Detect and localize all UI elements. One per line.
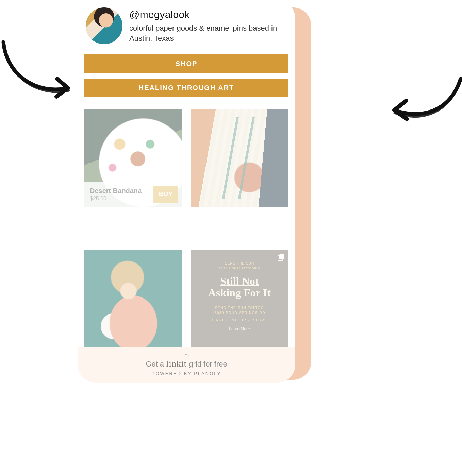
grid-tile-4[interactable]: SEND THE SUN TRADITIONAL TATTOOING Still… — [191, 250, 288, 348]
footer: ︿ Get a linkit grid for free POWERED BY … — [78, 347, 295, 383]
svg-rect-0 — [279, 254, 284, 259]
profile-header: @megyalook colorful paper goods & enamel… — [84, 6, 288, 51]
tile4-detail-1: SEND THE SUN TATTOO — [215, 306, 264, 310]
link-button-shop[interactable]: SHOP — [84, 54, 288, 73]
grid-tile-3[interactable] — [84, 250, 182, 348]
post-grid: Desert Bandana $25.00 BUY SEND THE SUN T… — [84, 109, 288, 383]
product-overlay: Desert Bandana $25.00 BUY — [84, 182, 182, 207]
tile4-detail-2: 13039 POND SPRINGS RD. — [212, 311, 267, 315]
product-name: Desert Bandana — [90, 187, 142, 195]
link-button-healing[interactable]: HEALING THROUGH ART — [84, 79, 288, 97]
buy-button[interactable]: BUY — [153, 186, 178, 203]
tile4-arc-text: SEND THE SUN — [225, 261, 254, 265]
grid-tile-1[interactable]: Desert Bandana $25.00 BUY — [84, 109, 182, 207]
profile-bio: colorful paper goods & enamel pins based… — [129, 23, 279, 43]
avatar[interactable] — [86, 7, 122, 44]
profile-handle[interactable]: @megyalook — [129, 9, 279, 20]
callout-arrow-left — [0, 35, 85, 107]
chevron-up-icon[interactable]: ︿ — [78, 351, 295, 357]
carousel-icon — [277, 253, 285, 261]
footer-cta[interactable]: Get a linkit grid for free — [78, 359, 295, 369]
grid-tile-2[interactable] — [191, 109, 288, 207]
footer-powered-by: POWERED BY PLANOLY — [78, 371, 295, 376]
callout-arrow-right — [376, 73, 462, 131]
tile4-learn-more[interactable]: Learn More — [229, 327, 250, 332]
product-price: $25.00 — [90, 196, 142, 202]
tile4-detail-3: FIRST COME FIRST SERVE — [212, 318, 267, 322]
tile4-arc-sub: TRADITIONAL TATTOOING — [219, 267, 260, 270]
device-frame: @megyalook colorful paper goods & enamel… — [78, 0, 295, 383]
tile4-headline: Still Not Asking For It — [208, 276, 271, 299]
